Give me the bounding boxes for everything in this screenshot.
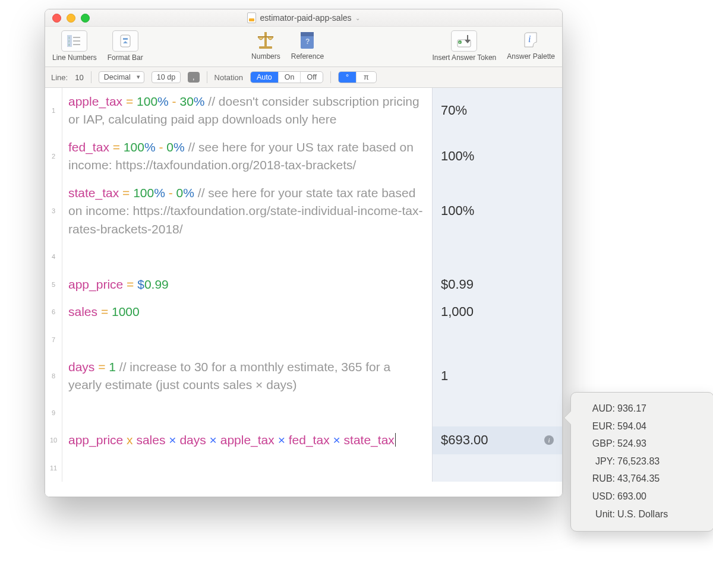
line-result[interactable]: 1 bbox=[432, 353, 562, 399]
insert-token-icon: + bbox=[451, 30, 477, 52]
line-code[interactable] bbox=[62, 454, 432, 482]
precision-field[interactable]: 10 dp bbox=[152, 71, 181, 83]
svg-rect-10 bbox=[264, 32, 267, 46]
line-code[interactable]: fed_tax = 100% - 0% // see here for your… bbox=[62, 134, 432, 179]
angle-degrees[interactable]: ° bbox=[339, 72, 356, 83]
book-icon: ? bbox=[295, 30, 320, 50]
editor-line[interactable]: 5app_price = $0.99$0.99 bbox=[45, 271, 562, 298]
line-result[interactable]: 100% bbox=[432, 134, 562, 179]
svg-text:?: ? bbox=[305, 37, 310, 46]
format-row: Line: 10 Decimal 10 dp , Notation Auto O… bbox=[45, 67, 562, 88]
number-mode-select[interactable]: Decimal bbox=[99, 71, 144, 83]
line-number: 9 bbox=[45, 399, 62, 426]
editor-line[interactable]: 6sales = 10001,000 bbox=[45, 298, 562, 325]
line-code[interactable]: app_price x sales × days × apple_tax × f… bbox=[62, 426, 432, 454]
info-icon[interactable]: i bbox=[544, 435, 554, 445]
notation-off[interactable]: Off bbox=[301, 72, 322, 83]
line-code[interactable] bbox=[62, 399, 432, 426]
format-bar-icon bbox=[112, 30, 138, 52]
editor-line[interactable]: 4 bbox=[45, 243, 562, 270]
line-numbers-label: Line Numbers bbox=[52, 53, 97, 62]
zoom-icon[interactable] bbox=[81, 14, 90, 23]
angle-segment[interactable]: ° π bbox=[338, 71, 377, 83]
line-code[interactable]: days = 1 // increase to 30 for a monthly… bbox=[62, 353, 432, 399]
line-result[interactable]: 100% bbox=[432, 179, 562, 243]
line-code[interactable]: sales = 1000 bbox=[62, 298, 432, 325]
line-result[interactable] bbox=[432, 243, 562, 270]
line-numbers-button[interactable]: 1 2 3 Line Numbers bbox=[52, 30, 97, 62]
currency-popover: AUD: 936.17EUR: 594.04GBP: 524.93JPY: 76… bbox=[570, 392, 713, 532]
insert-answer-token-button[interactable]: + Insert Answer Token bbox=[432, 30, 496, 62]
svg-rect-5 bbox=[73, 40, 80, 42]
line-number: 7 bbox=[45, 325, 62, 353]
svg-rect-6 bbox=[73, 44, 80, 45]
svg-rect-4 bbox=[73, 37, 80, 38]
popover-row: GBP: 524.93 bbox=[581, 435, 704, 453]
line-code[interactable]: app_price = $0.99 bbox=[62, 271, 432, 298]
document-icon bbox=[247, 12, 256, 23]
popover-row: JPY: 76,523.83 bbox=[581, 453, 704, 470]
minimize-icon[interactable] bbox=[67, 14, 75, 23]
line-code[interactable] bbox=[62, 243, 432, 270]
window-title: estimator-paid-app-sales ⌄ bbox=[247, 12, 359, 23]
angle-pi[interactable]: π bbox=[356, 72, 376, 83]
svg-rect-11 bbox=[259, 46, 272, 49]
editor-line[interactable]: 9 bbox=[45, 399, 562, 426]
line-result[interactable] bbox=[432, 454, 562, 482]
line-result[interactable]: 1,000 bbox=[432, 298, 562, 325]
line-result[interactable]: $0.99 bbox=[432, 271, 562, 298]
line-number: 6 bbox=[45, 298, 62, 325]
traffic-lights bbox=[52, 14, 90, 23]
line-number: 4 bbox=[45, 243, 62, 270]
line-code[interactable]: state_tax = 100% - 0% // see here for yo… bbox=[62, 179, 432, 243]
reference-button[interactable]: ? Reference bbox=[291, 30, 324, 61]
toolbar: 1 2 3 Line Numbers bbox=[45, 27, 562, 67]
line-result[interactable] bbox=[432, 399, 562, 426]
line-result[interactable]: $693.00i bbox=[432, 426, 562, 454]
line-label: Line: bbox=[51, 73, 68, 82]
reference-label: Reference bbox=[291, 52, 324, 61]
line-number: 10 bbox=[45, 426, 62, 454]
current-line-number: 10 bbox=[75, 73, 83, 82]
notation-auto[interactable]: Auto bbox=[251, 72, 279, 83]
numbers-button[interactable]: Numbers bbox=[251, 30, 280, 61]
line-number: 2 bbox=[45, 134, 62, 179]
line-number: 1 bbox=[45, 88, 62, 134]
editor-line[interactable]: 11 bbox=[45, 454, 562, 482]
popover-row: Unit: U.S. Dollars bbox=[581, 505, 704, 523]
editor-line[interactable]: 1apple_tax = 100% - 30% // doesn't consi… bbox=[45, 88, 562, 134]
thousands-separator-button[interactable]: , bbox=[188, 72, 199, 83]
line-numbers-icon: 1 2 3 bbox=[61, 30, 87, 52]
format-bar-button[interactable]: Format Bar bbox=[108, 30, 143, 62]
line-result[interactable] bbox=[432, 325, 562, 353]
editor-line[interactable]: 10app_price x sales × days × apple_tax ×… bbox=[45, 426, 562, 454]
notation-on[interactable]: On bbox=[279, 72, 301, 83]
scales-icon bbox=[253, 30, 278, 50]
palette-icon: i bbox=[519, 30, 544, 50]
line-number: 5 bbox=[45, 271, 62, 298]
svg-text:i: i bbox=[528, 34, 531, 44]
answer-palette-label: Answer Palette bbox=[507, 52, 555, 61]
editor[interactable]: 1apple_tax = 100% - 30% // doesn't consi… bbox=[45, 88, 562, 497]
editor-line[interactable]: 3state_tax = 100% - 0% // see here for y… bbox=[45, 179, 562, 243]
line-code[interactable] bbox=[62, 325, 432, 353]
editor-line[interactable]: 2fed_tax = 100% - 0% // see here for you… bbox=[45, 134, 562, 179]
svg-text:+: + bbox=[459, 40, 461, 44]
titlebar: estimator-paid-app-sales ⌄ bbox=[45, 10, 562, 27]
line-code[interactable]: apple_tax = 100% - 30% // doesn't consid… bbox=[62, 88, 432, 134]
editor-line[interactable]: 7 bbox=[45, 325, 562, 353]
notation-label: Notation bbox=[214, 73, 243, 82]
line-number: 3 bbox=[45, 179, 62, 243]
text-cursor bbox=[395, 433, 396, 447]
line-number: 11 bbox=[45, 454, 62, 482]
insert-answer-token-label: Insert Answer Token bbox=[432, 53, 496, 62]
editor-line[interactable]: 8days = 1 // increase to 30 for a monthl… bbox=[45, 353, 562, 399]
close-icon[interactable] bbox=[52, 14, 61, 23]
notation-segment[interactable]: Auto On Off bbox=[250, 71, 323, 83]
svg-rect-8 bbox=[123, 38, 128, 40]
chevron-down-icon[interactable]: ⌄ bbox=[355, 15, 360, 21]
answer-palette-button[interactable]: i Answer Palette bbox=[507, 30, 555, 62]
line-result[interactable]: 70% bbox=[432, 88, 562, 134]
popover-row: EUR: 594.04 bbox=[581, 418, 704, 435]
format-bar-label: Format Bar bbox=[108, 53, 143, 62]
